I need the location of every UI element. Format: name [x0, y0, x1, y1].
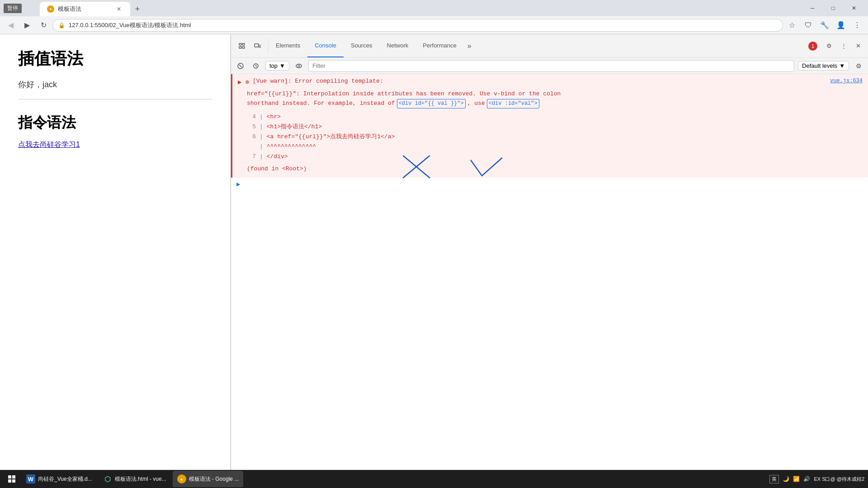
chrome-icon: ●: [177, 474, 186, 483]
devtools-settings-button[interactable]: ⚙: [823, 40, 835, 52]
active-tab[interactable]: ● 模板语法 ✕: [40, 2, 130, 16]
console-prompt: ▶: [231, 178, 868, 191]
suspend-badge: 暂停: [4, 4, 22, 13]
svg-rect-17: [8, 479, 11, 483]
console-toolbar: top ▼ Default levels ▼ ⚙: [231, 58, 868, 74]
page-divider: [18, 99, 212, 99]
line-number: 7: [247, 152, 256, 162]
tab-console[interactable]: Console: [307, 34, 344, 57]
minimize-button[interactable]: ─: [802, 0, 823, 16]
bookmark-button[interactable]: ☆: [785, 18, 799, 33]
error-count-button[interactable]: 1: [805, 41, 821, 52]
volume-icon: 🔊: [803, 476, 810, 482]
tab-title: 模板语法: [58, 5, 81, 13]
taskbar-item-vscode[interactable]: ⬡ 模板语法.html - vue...: [99, 471, 171, 487]
svg-rect-2: [242, 43, 245, 45]
svg-rect-1: [239, 47, 241, 48]
code-line-5: 5 | <h1>指令语法</h1>: [247, 122, 863, 132]
code-line-annotation: | ^^^^^^^^^^^^^^: [247, 142, 863, 152]
inline-code-2: <div :id="val">: [487, 99, 539, 108]
code-line-4: 4 | <hr>: [247, 112, 863, 122]
devtools-right-buttons: 1 ⚙ ⋮ ✕: [801, 40, 868, 52]
error-source-link[interactable]: vue.js:634: [830, 78, 863, 84]
console-output: ▶ ⊗ [Vue warn]: Error compiling template…: [231, 74, 868, 472]
svg-line-10: [256, 66, 257, 67]
address-bar[interactable]: 🔒 127.0.0.1:5500/02_Vue模板语法/模板语法.html: [52, 19, 783, 32]
shield-button[interactable]: 🛡: [801, 18, 816, 33]
error-expand-arrow[interactable]: ▶: [238, 78, 241, 86]
console-settings-button[interactable]: ⚙: [853, 60, 864, 72]
error-body-line1: href="{{url}}": Interpolation inside att…: [247, 89, 863, 99]
main-area: 插值语法 你好，jack 指令语法 点我去尚硅谷学习1: [0, 34, 868, 472]
page-title: 插值语法: [18, 48, 212, 70]
svg-rect-16: [12, 475, 15, 479]
error-body-line2: shorthand instead. For example, instead …: [247, 99, 863, 108]
svg-point-11: [296, 64, 302, 68]
svg-rect-0: [239, 43, 241, 45]
svg-rect-3: [242, 47, 245, 48]
page-section-title: 指令语法: [18, 113, 212, 133]
maximize-button[interactable]: □: [823, 0, 844, 16]
word-icon: W: [26, 474, 35, 483]
new-tab-button[interactable]: +: [130, 2, 145, 16]
page-content: 插值语法 你好，jack 指令语法 点我去尚硅谷学习1: [0, 34, 231, 472]
refresh-button[interactable]: ↻: [36, 18, 51, 33]
error-circle-icon: ⊗: [245, 78, 249, 86]
devtools-icon-buttons: [231, 39, 269, 53]
inspect-element-button[interactable]: [235, 39, 249, 53]
title-bar: ● 模板语法 ✕ + ─ □ ✕: [0, 0, 868, 16]
more-tabs-button[interactable]: »: [464, 34, 475, 57]
filter-input[interactable]: [308, 60, 794, 72]
taskbar-item-word[interactable]: W 尚硅谷_Vue全家桶.d...: [22, 471, 97, 487]
profile-button[interactable]: 👤: [834, 18, 848, 33]
devtools-close-button[interactable]: ✕: [852, 40, 864, 52]
tab-elements[interactable]: Elements: [269, 34, 307, 57]
tab-favicon: ●: [47, 5, 54, 13]
nav-right-buttons: ☆ 🛡 🔧 👤 ⋮: [785, 18, 864, 33]
ime-indicator[interactable]: 英: [769, 475, 779, 483]
eye-button[interactable]: [293, 60, 305, 72]
line-number: 6: [247, 132, 256, 142]
error-body: href="{{url}}": Interpolation inside att…: [238, 88, 863, 110]
menu-button[interactable]: ⋮: [850, 18, 864, 33]
close-tab-button[interactable]: ✕: [115, 5, 123, 13]
error-code-block: 4 | <hr> 5 | <h1>指令语法</h1> 6 |: [247, 112, 863, 162]
page-link[interactable]: 点我去尚硅谷学习1: [18, 141, 80, 148]
context-selector[interactable]: top ▼: [265, 61, 289, 70]
lock-icon: 🔒: [58, 22, 65, 28]
error-badge: 1: [808, 42, 817, 51]
error-header: ▶ ⊗ [Vue warn]: Error compiling template…: [238, 78, 863, 86]
taskbar-item-word-label: 尚硅谷_Vue全家桶.d...: [38, 475, 92, 483]
page-greeting: 你好，jack: [18, 79, 212, 90]
start-button[interactable]: [4, 471, 20, 487]
svg-rect-5: [259, 45, 260, 47]
navigation-bar: ◀ ▶ ↻ 🔒 127.0.0.1:5500/02_Vue模板语法/模板语法.h…: [0, 16, 868, 34]
close-window-button[interactable]: ✕: [844, 0, 864, 16]
error-root-text: (found in <Root>): [238, 164, 863, 174]
error-message-text: [Vue warn]: Error compiling template:: [253, 78, 826, 84]
extensions-button[interactable]: 🔧: [817, 18, 832, 33]
taskbar-right: 英 🌙 📶 🔊 EX S口@ @待木成桔2: [769, 475, 864, 483]
inline-code-1: <div id="{{ val }}">: [397, 99, 466, 108]
back-button[interactable]: ◀: [4, 18, 18, 33]
taskbar-item-chrome[interactable]: ● 模板语法 - Google ...: [173, 471, 244, 487]
code-line-7: 7 | </div>: [247, 152, 863, 162]
devtools-more-button[interactable]: ⋮: [837, 40, 850, 52]
svg-line-7: [239, 65, 242, 67]
tab-network[interactable]: Network: [380, 34, 416, 57]
levels-dropdown-icon: ▼: [839, 62, 845, 69]
console-error-block: ▶ ⊗ [Vue warn]: Error compiling template…: [231, 74, 868, 178]
devtools-toolbar: Elements Console Sources Network Perform…: [231, 34, 868, 58]
taskbar-item-chrome-label: 模板语法 - Google ...: [189, 475, 239, 483]
taskbar: W 尚硅谷_Vue全家桶.d... ⬡ 模板语法.html - vue... ●…: [0, 470, 868, 488]
devtools-tabs: Elements Console Sources Network Perform…: [269, 34, 801, 57]
device-toolbar-button[interactable]: [250, 39, 264, 53]
moon-icon: 🌙: [783, 476, 789, 482]
tab-sources[interactable]: Sources: [344, 34, 380, 57]
ime-status: EX S口@ @待木成桔2: [814, 476, 864, 483]
preserve-log-button[interactable]: [250, 60, 262, 72]
clear-console-button[interactable]: [235, 60, 246, 72]
forward-button[interactable]: ▶: [20, 18, 34, 33]
log-levels-selector[interactable]: Default levels ▼: [798, 61, 849, 70]
tab-performance[interactable]: Performance: [415, 34, 463, 57]
